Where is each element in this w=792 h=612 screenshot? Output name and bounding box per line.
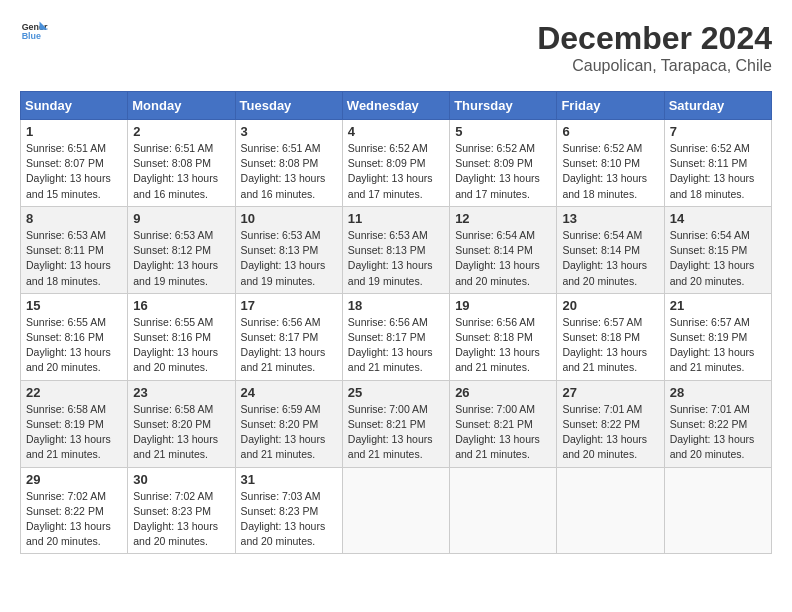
- day-info: Sunrise: 6:55 AM Sunset: 8:16 PM Dayligh…: [26, 315, 122, 376]
- day-number: 29: [26, 472, 122, 487]
- day-number: 26: [455, 385, 551, 400]
- table-row: 26 Sunrise: 7:00 AM Sunset: 8:21 PM Dayl…: [450, 380, 557, 467]
- day-number: 15: [26, 298, 122, 313]
- day-info: Sunrise: 6:54 AM Sunset: 8:14 PM Dayligh…: [562, 228, 658, 289]
- table-row: [557, 467, 664, 554]
- calendar-week-4: 22 Sunrise: 6:58 AM Sunset: 8:19 PM Dayl…: [21, 380, 772, 467]
- day-info: Sunrise: 7:02 AM Sunset: 8:23 PM Dayligh…: [133, 489, 229, 550]
- day-number: 19: [455, 298, 551, 313]
- day-info: Sunrise: 6:51 AM Sunset: 8:08 PM Dayligh…: [133, 141, 229, 202]
- day-number: 16: [133, 298, 229, 313]
- day-info: Sunrise: 6:53 AM Sunset: 8:13 PM Dayligh…: [348, 228, 444, 289]
- table-row: 15 Sunrise: 6:55 AM Sunset: 8:16 PM Dayl…: [21, 293, 128, 380]
- day-info: Sunrise: 6:51 AM Sunset: 8:08 PM Dayligh…: [241, 141, 337, 202]
- day-number: 17: [241, 298, 337, 313]
- table-row: 21 Sunrise: 6:57 AM Sunset: 8:19 PM Dayl…: [664, 293, 771, 380]
- day-info: Sunrise: 6:55 AM Sunset: 8:16 PM Dayligh…: [133, 315, 229, 376]
- table-row: 31 Sunrise: 7:03 AM Sunset: 8:23 PM Dayl…: [235, 467, 342, 554]
- day-info: Sunrise: 6:54 AM Sunset: 8:14 PM Dayligh…: [455, 228, 551, 289]
- day-number: 30: [133, 472, 229, 487]
- day-number: 24: [241, 385, 337, 400]
- calendar-week-5: 29 Sunrise: 7:02 AM Sunset: 8:22 PM Dayl…: [21, 467, 772, 554]
- day-number: 22: [26, 385, 122, 400]
- day-info: Sunrise: 7:03 AM Sunset: 8:23 PM Dayligh…: [241, 489, 337, 550]
- day-info: Sunrise: 7:01 AM Sunset: 8:22 PM Dayligh…: [562, 402, 658, 463]
- table-row: 12 Sunrise: 6:54 AM Sunset: 8:14 PM Dayl…: [450, 206, 557, 293]
- page-subtitle: Caupolican, Tarapaca, Chile: [537, 57, 772, 75]
- day-info: Sunrise: 7:02 AM Sunset: 8:22 PM Dayligh…: [26, 489, 122, 550]
- table-row: 14 Sunrise: 6:54 AM Sunset: 8:15 PM Dayl…: [664, 206, 771, 293]
- table-row: 3 Sunrise: 6:51 AM Sunset: 8:08 PM Dayli…: [235, 120, 342, 207]
- day-info: Sunrise: 6:52 AM Sunset: 8:09 PM Dayligh…: [348, 141, 444, 202]
- day-number: 6: [562, 124, 658, 139]
- day-number: 10: [241, 211, 337, 226]
- table-row: 2 Sunrise: 6:51 AM Sunset: 8:08 PM Dayli…: [128, 120, 235, 207]
- table-row: 28 Sunrise: 7:01 AM Sunset: 8:22 PM Dayl…: [664, 380, 771, 467]
- table-row: [342, 467, 449, 554]
- day-info: Sunrise: 6:53 AM Sunset: 8:12 PM Dayligh…: [133, 228, 229, 289]
- day-info: Sunrise: 6:56 AM Sunset: 8:17 PM Dayligh…: [348, 315, 444, 376]
- table-row: [450, 467, 557, 554]
- day-number: 27: [562, 385, 658, 400]
- day-number: 31: [241, 472, 337, 487]
- table-row: 19 Sunrise: 6:56 AM Sunset: 8:18 PM Dayl…: [450, 293, 557, 380]
- table-row: 22 Sunrise: 6:58 AM Sunset: 8:19 PM Dayl…: [21, 380, 128, 467]
- day-number: 2: [133, 124, 229, 139]
- day-number: 21: [670, 298, 766, 313]
- table-row: 29 Sunrise: 7:02 AM Sunset: 8:22 PM Dayl…: [21, 467, 128, 554]
- table-row: 9 Sunrise: 6:53 AM Sunset: 8:12 PM Dayli…: [128, 206, 235, 293]
- logo: General Blue: [20, 20, 48, 42]
- table-row: [664, 467, 771, 554]
- table-row: 20 Sunrise: 6:57 AM Sunset: 8:18 PM Dayl…: [557, 293, 664, 380]
- day-info: Sunrise: 6:52 AM Sunset: 8:11 PM Dayligh…: [670, 141, 766, 202]
- day-number: 23: [133, 385, 229, 400]
- day-number: 20: [562, 298, 658, 313]
- table-row: 11 Sunrise: 6:53 AM Sunset: 8:13 PM Dayl…: [342, 206, 449, 293]
- day-info: Sunrise: 6:58 AM Sunset: 8:19 PM Dayligh…: [26, 402, 122, 463]
- day-info: Sunrise: 7:01 AM Sunset: 8:22 PM Dayligh…: [670, 402, 766, 463]
- header-tuesday: Tuesday: [235, 92, 342, 120]
- calendar-table: Sunday Monday Tuesday Wednesday Thursday…: [20, 91, 772, 554]
- header-thursday: Thursday: [450, 92, 557, 120]
- day-number: 12: [455, 211, 551, 226]
- header-sunday: Sunday: [21, 92, 128, 120]
- day-info: Sunrise: 6:59 AM Sunset: 8:20 PM Dayligh…: [241, 402, 337, 463]
- day-number: 8: [26, 211, 122, 226]
- page-title: December 2024: [537, 20, 772, 57]
- day-number: 3: [241, 124, 337, 139]
- table-row: 7 Sunrise: 6:52 AM Sunset: 8:11 PM Dayli…: [664, 120, 771, 207]
- table-row: 16 Sunrise: 6:55 AM Sunset: 8:16 PM Dayl…: [128, 293, 235, 380]
- calendar-week-3: 15 Sunrise: 6:55 AM Sunset: 8:16 PM Dayl…: [21, 293, 772, 380]
- day-info: Sunrise: 6:51 AM Sunset: 8:07 PM Dayligh…: [26, 141, 122, 202]
- day-info: Sunrise: 6:52 AM Sunset: 8:10 PM Dayligh…: [562, 141, 658, 202]
- calendar-week-1: 1 Sunrise: 6:51 AM Sunset: 8:07 PM Dayli…: [21, 120, 772, 207]
- day-number: 13: [562, 211, 658, 226]
- day-number: 11: [348, 211, 444, 226]
- day-number: 18: [348, 298, 444, 313]
- table-row: 6 Sunrise: 6:52 AM Sunset: 8:10 PM Dayli…: [557, 120, 664, 207]
- day-info: Sunrise: 6:58 AM Sunset: 8:20 PM Dayligh…: [133, 402, 229, 463]
- day-info: Sunrise: 6:53 AM Sunset: 8:13 PM Dayligh…: [241, 228, 337, 289]
- table-row: 5 Sunrise: 6:52 AM Sunset: 8:09 PM Dayli…: [450, 120, 557, 207]
- day-info: Sunrise: 6:56 AM Sunset: 8:18 PM Dayligh…: [455, 315, 551, 376]
- table-row: 18 Sunrise: 6:56 AM Sunset: 8:17 PM Dayl…: [342, 293, 449, 380]
- calendar-header-row: Sunday Monday Tuesday Wednesday Thursday…: [21, 92, 772, 120]
- table-row: 23 Sunrise: 6:58 AM Sunset: 8:20 PM Dayl…: [128, 380, 235, 467]
- day-info: Sunrise: 7:00 AM Sunset: 8:21 PM Dayligh…: [455, 402, 551, 463]
- page-header: General Blue December 2024 Caupolican, T…: [20, 20, 772, 75]
- title-section: December 2024 Caupolican, Tarapaca, Chil…: [537, 20, 772, 75]
- day-info: Sunrise: 6:57 AM Sunset: 8:18 PM Dayligh…: [562, 315, 658, 376]
- table-row: 24 Sunrise: 6:59 AM Sunset: 8:20 PM Dayl…: [235, 380, 342, 467]
- header-monday: Monday: [128, 92, 235, 120]
- day-number: 28: [670, 385, 766, 400]
- table-row: 30 Sunrise: 7:02 AM Sunset: 8:23 PM Dayl…: [128, 467, 235, 554]
- table-row: 4 Sunrise: 6:52 AM Sunset: 8:09 PM Dayli…: [342, 120, 449, 207]
- day-number: 25: [348, 385, 444, 400]
- day-info: Sunrise: 6:52 AM Sunset: 8:09 PM Dayligh…: [455, 141, 551, 202]
- day-number: 9: [133, 211, 229, 226]
- day-info: Sunrise: 7:00 AM Sunset: 8:21 PM Dayligh…: [348, 402, 444, 463]
- header-saturday: Saturday: [664, 92, 771, 120]
- table-row: 17 Sunrise: 6:56 AM Sunset: 8:17 PM Dayl…: [235, 293, 342, 380]
- day-number: 5: [455, 124, 551, 139]
- day-number: 4: [348, 124, 444, 139]
